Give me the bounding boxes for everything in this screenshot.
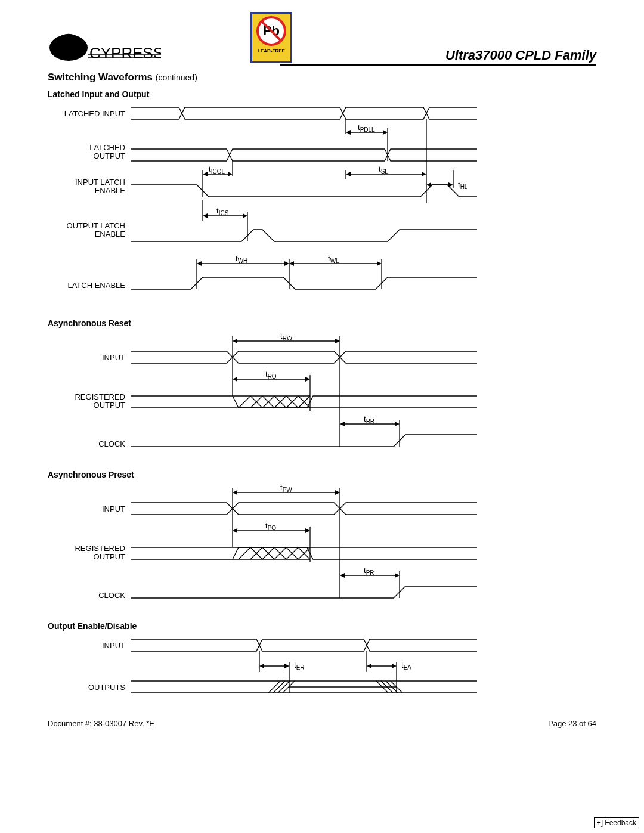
svg-text:LATCHED INPUT: LATCHED INPUT bbox=[64, 109, 125, 118]
svg-text:tPO: tPO bbox=[265, 521, 276, 531]
company-logo: CYPRESS bbox=[48, 18, 161, 66]
subsection-async-reset: Asynchronous Reset bbox=[48, 318, 596, 328]
svg-text:OUTPUT: OUTPUT bbox=[94, 151, 126, 160]
svg-text:tICOL: tICOL bbox=[209, 165, 225, 175]
svg-text:OUTPUT: OUTPUT bbox=[94, 552, 126, 561]
svg-text:LATCH ENABLE: LATCH ENABLE bbox=[67, 281, 125, 290]
svg-text:tPW: tPW bbox=[280, 483, 292, 493]
svg-line-50 bbox=[239, 396, 250, 408]
svg-text:tEA: tEA bbox=[401, 661, 411, 671]
lead-free-badge: Pb LEAD-FREE bbox=[250, 12, 292, 63]
page-number: Page 23 of 64 bbox=[548, 719, 596, 728]
svg-text:ENABLE: ENABLE bbox=[95, 186, 126, 195]
svg-text:INPUT: INPUT bbox=[102, 504, 125, 513]
svg-line-105 bbox=[273, 681, 285, 693]
section-heading: Switching Waveforms (continued) bbox=[48, 72, 596, 83]
svg-text:tER: tER bbox=[294, 661, 305, 671]
svg-text:REGISTERED: REGISTERED bbox=[75, 392, 125, 401]
svg-line-106 bbox=[278, 681, 290, 693]
diagram-async-reset: tRW INPUT tRO REGISTERED OUTPUT bbox=[48, 330, 596, 464]
svg-text:tPR: tPR bbox=[364, 566, 374, 576]
diagram-output-enable: INPUT tER tEA OUTPUTS bbox=[48, 633, 596, 701]
svg-text:LATCHED: LATCHED bbox=[89, 143, 125, 152]
subsection-async-preset: Asynchronous Preset bbox=[48, 470, 596, 479]
svg-text:tPDLL: tPDLL bbox=[358, 123, 375, 133]
diagram-latched: LATCHED INPUT tPDLL LATCHED OUTPUT tICOL bbox=[48, 101, 596, 312]
page-header: CYPRESS Pb LEAD-FREE Ultra37000 CPLD Fam… bbox=[48, 12, 596, 66]
product-family-title: Ultra37000 CPLD Family bbox=[280, 48, 596, 66]
svg-text:OUTPUT: OUTPUT bbox=[94, 401, 126, 410]
svg-text:CLOCK: CLOCK bbox=[98, 439, 125, 448]
svg-text:tWH: tWH bbox=[236, 254, 247, 264]
svg-text:CLOCK: CLOCK bbox=[98, 591, 125, 600]
svg-text:tWL: tWL bbox=[328, 254, 339, 264]
svg-text:ENABLE: ENABLE bbox=[95, 230, 126, 239]
svg-text:tHL: tHL bbox=[458, 180, 468, 190]
svg-line-104 bbox=[268, 681, 280, 693]
svg-text:OUTPUT LATCH: OUTPUT LATCH bbox=[67, 221, 125, 230]
svg-text:tRW: tRW bbox=[280, 332, 293, 342]
svg-text:REGISTERED: REGISTERED bbox=[75, 544, 125, 553]
svg-text:tSL: tSL bbox=[379, 165, 388, 175]
diagram-async-preset: tPW INPUT tPO REGISTERED OUTPUT tPR bbox=[48, 482, 596, 615]
svg-text:INPUT LATCH: INPUT LATCH bbox=[75, 178, 125, 187]
svg-text:OUTPUTS: OUTPUTS bbox=[88, 683, 125, 692]
svg-line-76 bbox=[239, 547, 250, 559]
subsection-latched: Latched Input and Output bbox=[48, 89, 596, 99]
document-number: Document #: 38-03007 Rev. *E bbox=[48, 719, 154, 728]
svg-text:INPUT: INPUT bbox=[102, 353, 125, 362]
svg-text:INPUT: INPUT bbox=[102, 641, 125, 650]
svg-text:tRR: tRR bbox=[364, 414, 374, 425]
svg-text:CYPRESS: CYPRESS bbox=[89, 44, 161, 62]
page-footer: Document #: 38-03007 Rev. *E Page 23 of … bbox=[48, 719, 596, 728]
svg-text:tICS: tICS bbox=[216, 206, 229, 216]
subsection-output-enable: Output Enable/Disable bbox=[48, 621, 596, 631]
svg-text:tRO: tRO bbox=[265, 370, 277, 380]
